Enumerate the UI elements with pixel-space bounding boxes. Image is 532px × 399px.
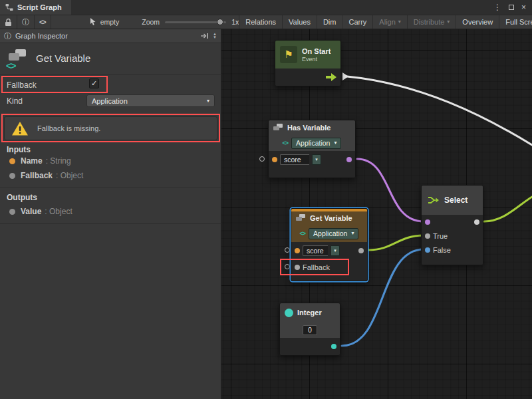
lock-icon: [5, 18, 12, 27]
node-has-variable[interactable]: Has Variable <> Application ▾ score ▾: [268, 120, 356, 178]
node-get-variable[interactable]: Get Variable <> Application ▾ score ▾: [291, 208, 368, 281]
string-port-dot: [9, 158, 15, 164]
inspector-toggle-button[interactable]: ⓘ: [17, 15, 35, 29]
unconnected-port-ring[interactable]: [285, 247, 290, 253]
pin-type: : String: [46, 156, 71, 166]
dropdown-arrow-icon: ▾: [351, 231, 354, 236]
variable-name-dropdown[interactable]: ▾: [331, 245, 340, 256]
node-header: Select: [422, 186, 483, 215]
integer-output-port[interactable]: [331, 344, 336, 349]
kind-dropdown[interactable]: Application ▾: [86, 94, 215, 107]
dropdown-arrow-icon: ▾: [207, 98, 209, 104]
variable-name-field[interactable]: score: [280, 154, 309, 165]
selection-output-port[interactable]: [474, 219, 479, 225]
code-icon: <>: [300, 230, 306, 237]
node-port-row: False: [422, 243, 483, 257]
bool-output-port[interactable]: [346, 157, 352, 162]
panel-scroll-arrows[interactable]: ▲ ▼: [213, 33, 217, 39]
tab-script-graph[interactable]: Script Graph: [0, 0, 71, 15]
code-icon: <>: [39, 19, 46, 26]
code-icon: <>: [6, 61, 15, 71]
wire-select-output[interactable]: [484, 197, 532, 221]
variable-kind-dropdown[interactable]: Application ▾: [309, 228, 358, 239]
title-bar: Script Graph ⋮ ×: [0, 0, 532, 15]
zoom-control: Zoom 1x: [142, 15, 239, 29]
node-header: Integer 0: [280, 303, 340, 338]
toolbar-button-relations[interactable]: Relations: [239, 15, 282, 29]
toolbar-button-dim[interactable]: Dim: [317, 15, 342, 29]
check-icon: ✓: [91, 79, 97, 87]
false-input-port[interactable]: [425, 247, 430, 253]
true-input-port[interactable]: [425, 233, 430, 239]
fallback-checkbox[interactable]: ✓: [89, 78, 99, 88]
pin-type: : Object: [45, 207, 72, 216]
kind-field-label: Kind: [7, 96, 23, 106]
toolbar-button-overview[interactable]: Overview: [456, 15, 499, 29]
zoom-slider-knob[interactable]: [217, 19, 223, 25]
variable-name-field[interactable]: score: [303, 245, 328, 256]
toolbar-button-values[interactable]: Values: [282, 15, 317, 29]
unconnected-port-ring[interactable]: [259, 156, 265, 162]
node-title: Select: [444, 196, 467, 205]
variable-icon: [273, 124, 283, 132]
true-port-label: True: [433, 232, 448, 240]
info-icon: ⓘ: [22, 17, 29, 27]
kind-dropdown-value: Application: [92, 97, 128, 105]
warning-text: Fallback is missing.: [37, 124, 100, 132]
dock-icon[interactable]: [200, 33, 209, 39]
wire-get-variable-to-select-true[interactable]: [368, 235, 424, 250]
wire-flow-on-start[interactable]: [347, 76, 532, 145]
button-label: Carry: [348, 18, 366, 26]
toolbar-button-fullscreen[interactable]: Full Screen: [499, 15, 532, 29]
button-label: Align: [379, 18, 395, 26]
object-port-dot: [9, 209, 15, 215]
maximize-icon[interactable]: [509, 3, 514, 11]
node-port-row: score ▾: [269, 151, 355, 168]
script-graph-icon: [5, 3, 13, 11]
tab-title: Script Graph: [17, 3, 62, 11]
name-input-port[interactable]: [295, 248, 300, 253]
toolbar-button-align[interactable]: Align▾: [372, 15, 406, 29]
lock-button[interactable]: [0, 15, 17, 29]
graph-canvas[interactable]: ⚑ On Start Event Has Variable: [221, 29, 532, 399]
divider: [0, 223, 221, 224]
node-title: Integer: [297, 309, 322, 317]
button-label: Relations: [245, 18, 276, 26]
node-select[interactable]: Select True False: [421, 185, 483, 265]
node-header: ⚑ On Start Event: [275, 41, 340, 68]
pin-name: Name: [21, 156, 43, 166]
dropdown-arrow-icon: ▾: [447, 19, 450, 25]
node-title: Has Variable: [287, 124, 331, 132]
variable-name-dropdown[interactable]: ▾: [312, 154, 321, 165]
cursor-icon: [90, 18, 96, 26]
zoom-slider[interactable]: [165, 21, 226, 23]
divider: [0, 74, 221, 75]
node-integer[interactable]: Integer 0: [279, 303, 340, 356]
fallback-input-port[interactable]: [295, 265, 300, 270]
zoom-value: 1x: [231, 18, 239, 26]
node-port-row: [422, 215, 483, 229]
toolbar-button-distribute[interactable]: Distribute▾: [407, 15, 456, 29]
wire-layer: [221, 29, 532, 399]
node-port-row: [275, 68, 340, 86]
toolbar-button-carry[interactable]: Carry: [342, 15, 372, 29]
value-output-port[interactable]: [358, 248, 364, 253]
integer-value-field[interactable]: 0: [303, 325, 317, 335]
graph-breadcrumb[interactable]: empty: [90, 15, 120, 29]
condition-input-port[interactable]: [425, 219, 430, 225]
menu-icon[interactable]: ⋮: [493, 3, 501, 11]
integer-icon: [285, 309, 293, 317]
flow-output-port[interactable]: [325, 72, 337, 82]
unconnected-port-ring[interactable]: [285, 264, 290, 269]
variable-kind-dropdown[interactable]: Application ▾: [291, 138, 341, 149]
unity-script-graph-window: Script Graph ⋮ × ⓘ <> empty Zo: [0, 0, 532, 399]
inspected-unit-title: Get Variable: [36, 53, 90, 64]
kind-value: Application: [313, 229, 347, 237]
name-input-port[interactable]: [272, 157, 277, 162]
outputs-section-label: Outputs: [7, 193, 37, 202]
node-on-start[interactable]: ⚑ On Start Event: [275, 40, 341, 86]
button-label: Full Screen: [505, 18, 532, 26]
code-preview-button[interactable]: <>: [35, 15, 51, 29]
output-pin-value: Value : Object: [9, 207, 72, 215]
close-icon[interactable]: ×: [521, 3, 526, 11]
